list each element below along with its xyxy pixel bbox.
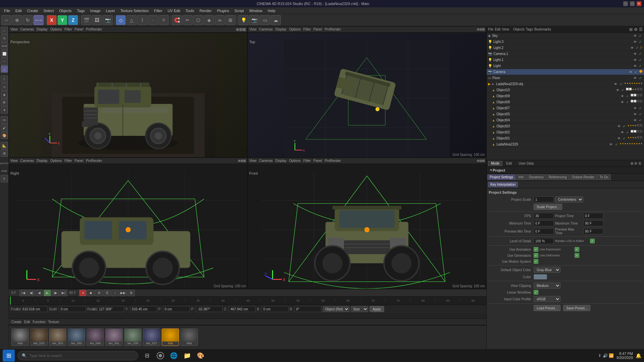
coord-system-select[interactable]: Object (Rel) World Local (323, 306, 350, 312)
prop-scale-input[interactable] (534, 196, 554, 202)
menu-window[interactable]: Window (247, 8, 265, 13)
menu-plugins[interactable]: Plugins (214, 8, 232, 13)
timeline-play-back[interactable]: ◀ (36, 290, 43, 296)
obj-floor[interactable]: ▭ Floor 👁 ✓ (487, 75, 644, 81)
menu-select[interactable]: Select (41, 8, 57, 13)
obj-camera1-vis[interactable]: 👁 (633, 52, 637, 56)
close-button[interactable]: ✕ (637, 1, 641, 6)
obj-camera1[interactable]: 📷 Camera.1 👁 ✓ (487, 51, 644, 57)
viewport-right[interactable]: View Cameras Display Options Filter Pane… (9, 158, 248, 289)
toolbar-uv-mode[interactable]: ⌗ (159, 15, 169, 25)
material-slot-5[interactable]: tex_041 (105, 328, 123, 346)
obj-light3-vis[interactable]: 👁 (633, 40, 637, 44)
tool-psr[interactable]: PSR (1, 167, 8, 175)
rp-edit-menu[interactable]: Edit (495, 27, 500, 31)
toolbar-floor-obj[interactable]: ▭ (260, 15, 270, 25)
menu-script[interactable]: Script (232, 8, 247, 13)
rp-tags-tab[interactable]: Tags (526, 27, 533, 31)
mat-function[interactable]: Function (33, 320, 45, 324)
obj-light-vis[interactable]: 👁 (633, 64, 637, 68)
menu-texture-selection[interactable]: Texture Selection (118, 8, 151, 13)
toolbar-axis-y[interactable]: Y (57, 15, 67, 25)
toolbar-scale[interactable]: ⟷ (34, 15, 44, 25)
toolbar-axis-x[interactable]: X (47, 15, 57, 25)
obj-light1[interactable]: 💡 Light.1 👁 ✓ (487, 57, 644, 63)
prop-prevmin-input[interactable] (534, 228, 554, 234)
toolbar-point-mode[interactable]: · (148, 15, 158, 25)
obj-ladaniva[interactable]: ▲ LadaNiva2329 👁 ✓ ▲▲▲▲▲▲▲▲▲▲ (487, 141, 644, 147)
toolbar-render-view[interactable]: 🎬 (81, 15, 91, 25)
rp-bookmarks-tab[interactable]: Bookmarks (534, 27, 551, 31)
prop-deform-check[interactable]: ✓ (575, 253, 579, 258)
obj-object01-check[interactable]: ✓ (622, 136, 627, 141)
obj-light3[interactable]: 💡 Light.3 👁 ✓ (487, 39, 644, 45)
rot-h-input[interactable] (97, 306, 124, 312)
maximize-button[interactable]: □ (630, 1, 635, 6)
vp-perspective-view[interactable]: View (10, 27, 18, 31)
rp-file-menu[interactable]: File (488, 27, 493, 31)
timeline-goto-end[interactable]: ▶| (60, 290, 67, 296)
rp-view-menu[interactable]: View (502, 27, 509, 31)
taskbar-app-explorer[interactable]: 📁 (181, 350, 193, 362)
obj-light3-check[interactable]: ✓ (638, 40, 643, 44)
obj-object05[interactable]: ▲ Object05 👁 ✓ (487, 111, 644, 117)
taskbar-app-taskview[interactable]: ⊟ (141, 350, 153, 362)
vp-top-view[interactable]: View (249, 27, 257, 31)
obj-camera-vis[interactable]: 👁 (628, 70, 633, 74)
mode-tab-userdata[interactable]: User Data (516, 161, 537, 166)
tool-measure[interactable]: 📐 (1, 142, 8, 149)
vp-top-filter[interactable]: Filter (303, 27, 311, 31)
prop-anim-check[interactable]: ✓ (534, 247, 538, 252)
y-input[interactable] (130, 306, 157, 312)
timeline-step-back[interactable]: ◀| (28, 290, 35, 296)
menu-render[interactable]: Render (197, 8, 214, 13)
prop-gen-check[interactable]: ✓ (534, 253, 538, 258)
prop-tab-project-settings[interactable]: Project Settings (487, 174, 516, 180)
menu-image[interactable]: Image (88, 8, 103, 13)
mode-tab-mode[interactable]: Mode (488, 161, 502, 166)
menu-objects[interactable]: Objects (56, 8, 74, 13)
prop-colorprofile-select[interactable]: sRGB Linear (534, 296, 560, 302)
prop-color-swatch[interactable] (534, 274, 547, 280)
menu-uv-edit[interactable]: UV Edit (165, 8, 183, 13)
vp-perspective-filter[interactable]: Filter (64, 27, 72, 31)
size-h-input[interactable] (59, 306, 86, 312)
vp-perspective-icons[interactable]: ⊕⊞⊠ (236, 27, 246, 32)
prop-tab-info[interactable]: Info (516, 174, 526, 180)
prop-projtime-input[interactable] (583, 213, 603, 219)
timeline-rec[interactable]: ● (79, 290, 87, 296)
tool-particle[interactable]: ✦ (1, 106, 8, 114)
size-b-input[interactable] (262, 306, 288, 312)
toolbar-object-mode[interactable]: ◇ (116, 15, 126, 25)
obj-sky-check[interactable]: ✓ (638, 34, 643, 38)
toolbar-loop-sel[interactable]: ∞ (215, 15, 225, 25)
toolbar-polygon-mode[interactable]: △ (126, 15, 137, 25)
obj-object08-check[interactable]: ✓ (625, 100, 630, 105)
tool-paint[interactable]: 🎨 (1, 132, 8, 139)
tool-brush[interactable]: 🖌 (1, 124, 8, 131)
obj-object04-check[interactable]: ✓ (638, 118, 643, 123)
material-slot-8[interactable]: Mat (162, 328, 179, 346)
timeline-play[interactable]: ▶ (44, 290, 51, 296)
timeline-settings[interactable]: ⚙ (95, 290, 103, 296)
vp-front-panel[interactable]: Panel (314, 159, 322, 163)
vp-right-prorender[interactable]: ProRender (86, 159, 102, 163)
rp-collapse[interactable]: ⊞ (629, 27, 633, 32)
prop-maxtime-input[interactable] (583, 220, 603, 226)
vp-top-icons[interactable]: ⊕⊞⊠ (477, 27, 485, 31)
obj-camera-check[interactable]: ✓ (634, 70, 638, 74)
material-slot-4[interactable]: tex_049 (87, 328, 104, 346)
prop-tab-octane[interactable]: Octane Render (570, 174, 597, 180)
vp-perspective-panel[interactable]: Panel (75, 27, 84, 31)
tool-select-lasso[interactable]: ⌢ (1, 58, 8, 65)
x-input[interactable] (21, 306, 48, 312)
menu-layer[interactable]: Layer (103, 8, 118, 13)
timeline-audio[interactable]: ♪ (111, 290, 119, 296)
size-p-input[interactable] (163, 306, 190, 312)
obj-ladaniva-check[interactable]: ✓ (619, 82, 624, 86)
obj-object01[interactable]: ▲ Object01 👁 ✓ ▲▲▲▲⬛⬛ (487, 135, 644, 141)
rp-settings[interactable]: ⚙ (634, 27, 638, 32)
rp-objects-tab[interactable]: Objects (513, 27, 525, 31)
taskbar-app-c4d[interactable]: 🎨 (195, 350, 207, 362)
vp-top-panel[interactable]: Panel (314, 27, 322, 31)
